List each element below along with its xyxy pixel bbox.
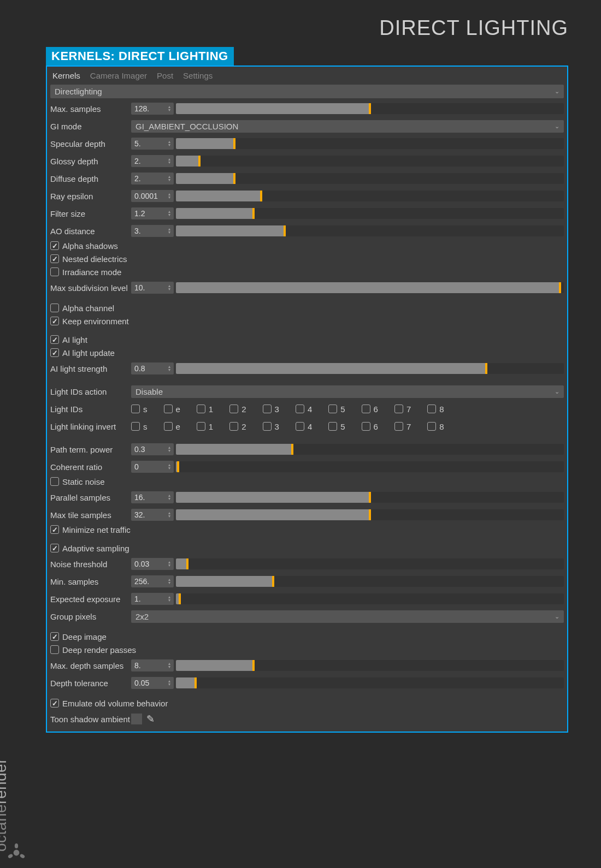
spinner-ai_light_strength[interactable]: 0.8▴▾ — [131, 362, 174, 374]
checkbox-light-ids-1[interactable] — [197, 405, 205, 413]
checkbox-static_noise[interactable] — [50, 477, 59, 486]
row-noise_threshold: Noise threshold 0.03▴▾ — [50, 556, 564, 572]
chevron-down-icon: ⌄ — [555, 613, 559, 620]
checkbox-emulate_old_volume[interactable] — [50, 699, 59, 708]
slider-coherent_ratio[interactable] — [176, 461, 564, 472]
tab-settings[interactable]: Settings — [183, 71, 213, 80]
spinner-max_samples[interactable]: 128.▴▾ — [131, 103, 174, 115]
slider-parallel_samples[interactable] — [176, 492, 564, 503]
label-diffuse_depth: Diffuse depth — [50, 174, 131, 183]
label-min_samples: Min. samples — [50, 577, 131, 586]
select-gi-mode[interactable]: GI_AMBIENT_OCCLUSION⌄ — [131, 120, 564, 133]
slider-max_subdiv[interactable] — [176, 282, 564, 293]
checkbox-alpha_channel[interactable] — [50, 304, 59, 312]
checkbox-label-ai_light: AI light — [62, 335, 87, 344]
spinner-diffuse_depth[interactable]: 2.▴▾ — [131, 173, 174, 185]
spinner-coherent_ratio[interactable]: 0▴▾ — [131, 461, 174, 473]
spinner-ray_epsilon[interactable]: 0.0001▴▾ — [131, 190, 174, 202]
eyedropper-icon[interactable]: ✎ — [146, 713, 155, 725]
checkbox-light-ids-4[interactable] — [296, 405, 304, 413]
checkbox-light-ids-7[interactable] — [394, 405, 403, 413]
slider-min_samples[interactable] — [176, 576, 564, 587]
slider-ai_light_strength[interactable] — [176, 363, 564, 374]
label-light-ids: Light IDs — [50, 405, 131, 414]
checkbox-light-ids-8[interactable] — [427, 405, 436, 413]
checkbox-light-linking-8[interactable] — [427, 422, 436, 431]
slider-diffuse_depth[interactable] — [176, 173, 564, 184]
checkbox-nested_dielectrics[interactable] — [50, 254, 59, 263]
checkbox-light-linking-5[interactable] — [328, 422, 337, 431]
select-group-pixels[interactable]: 2x2⌄ — [131, 610, 564, 623]
checkbox-light-linking-2[interactable] — [229, 422, 238, 431]
checkbox-light-linking-1[interactable] — [197, 422, 205, 431]
checkbox-keep_environment[interactable] — [50, 317, 59, 325]
checkbox-light-linking-3[interactable] — [263, 422, 272, 431]
slider-max_samples[interactable] — [176, 103, 564, 114]
color-swatch-toon-shadow[interactable] — [131, 714, 142, 724]
row-ai_light_strength: AI light strength 0.8▴▾ — [50, 360, 564, 377]
checkbox-light-linking-s[interactable] — [131, 422, 140, 431]
checkbox-light-ids-5[interactable] — [328, 405, 337, 413]
row-coherent_ratio: Coherent ratio 0▴▾ — [50, 459, 564, 475]
light-ids-item-4: 4 — [296, 405, 312, 414]
label-max_depth_samples: Max. depth samples — [50, 661, 131, 670]
select-light-ids-action[interactable]: Disable⌄ — [131, 385, 564, 398]
checkbox-light-ids-3[interactable] — [263, 405, 272, 413]
checkbox-adaptive_sampling[interactable] — [50, 544, 59, 552]
spinner-specular_depth[interactable]: 5.▴▾ — [131, 138, 174, 150]
checkbox-light-ids-e[interactable] — [164, 405, 173, 413]
label-ray_epsilon: Ray epsilon — [50, 192, 131, 201]
checkbox-deep_image[interactable] — [50, 632, 59, 641]
checkbox-ai_light_update[interactable] — [50, 348, 59, 357]
tab-kernels[interactable]: Kernels — [52, 71, 80, 80]
spinner-ao_distance[interactable]: 3.▴▾ — [131, 225, 174, 237]
checkbox-light-linking-e[interactable] — [164, 422, 173, 431]
tab-camera-imager[interactable]: Camera Imager — [90, 71, 147, 80]
slider-path_term_power[interactable] — [176, 444, 564, 455]
spinner-path_term_power[interactable]: 0.3▴▾ — [131, 443, 174, 455]
checkbox-ai_light[interactable] — [50, 335, 59, 344]
checkbox-light-linking-6[interactable] — [362, 422, 370, 431]
light-linking-item-5: 5 — [328, 422, 345, 431]
checkbox-deep_render_passes[interactable] — [50, 645, 59, 654]
slider-depth_tolerance[interactable] — [176, 677, 564, 688]
checkbox-light-ids-2[interactable] — [229, 405, 238, 413]
slider-filter_size[interactable] — [176, 208, 564, 219]
checkbox-minimize_net_traffic[interactable] — [50, 525, 59, 534]
checkbox-light-linking-4[interactable] — [296, 422, 304, 431]
checkbox-alpha_shadows[interactable] — [50, 241, 59, 250]
slider-max_depth_samples[interactable] — [176, 660, 564, 671]
spinner-filter_size[interactable]: 1.2▴▾ — [131, 207, 174, 219]
spinner-depth_tolerance[interactable]: 0.05▴▾ — [131, 677, 174, 689]
checkbox-label-adaptive_sampling: Adaptive sampling — [62, 544, 129, 553]
spinner-expected_exposure[interactable]: 1.▴▾ — [131, 593, 174, 605]
spinner-min_samples[interactable]: 256.▴▾ — [131, 575, 174, 587]
spinner-max_subdiv[interactable]: 10.▴▾ — [131, 282, 174, 294]
slider-noise_threshold[interactable] — [176, 558, 564, 569]
check-row-irradiance_mode: Irradiance mode — [50, 265, 564, 278]
spinner-max_tile_samples[interactable]: 32.▴▾ — [131, 509, 174, 521]
kernel-dropdown[interactable]: Directlighting ⌄ — [50, 85, 564, 98]
checkbox-light-ids-s[interactable] — [131, 405, 140, 413]
slider-ao_distance[interactable] — [176, 225, 564, 236]
tabs: Kernels Camera Imager Post Settings — [47, 67, 567, 84]
row-filter_size: Filter size 1.2▴▾ — [50, 205, 564, 222]
row-path_term_power: Path term. power 0.3▴▾ — [50, 441, 564, 457]
slider-specular_depth[interactable] — [176, 138, 564, 149]
slider-ray_epsilon[interactable] — [176, 191, 564, 201]
slider-expected_exposure[interactable] — [176, 593, 564, 604]
spinner-noise_threshold[interactable]: 0.03▴▾ — [131, 558, 174, 570]
checkbox-irradiance_mode[interactable] — [50, 267, 59, 276]
checkbox-light-ids-6[interactable] — [362, 405, 370, 413]
light-linking-item-e: e — [164, 422, 180, 431]
slider-glossy_depth[interactable] — [176, 156, 564, 167]
label-noise_threshold: Noise threshold — [50, 560, 131, 569]
checkbox-label-alpha_shadows: Alpha shadows — [62, 241, 118, 251]
checkbox-light-linking-7[interactable] — [394, 422, 403, 431]
slider-max_tile_samples[interactable] — [176, 509, 564, 520]
tab-post[interactable]: Post — [157, 71, 173, 80]
spinner-parallel_samples[interactable]: 16.▴▾ — [131, 491, 174, 503]
check-row-ai_light_update: AI light update — [50, 346, 564, 359]
spinner-glossy_depth[interactable]: 2.▴▾ — [131, 155, 174, 167]
spinner-max_depth_samples[interactable]: 8.▴▾ — [131, 659, 174, 671]
